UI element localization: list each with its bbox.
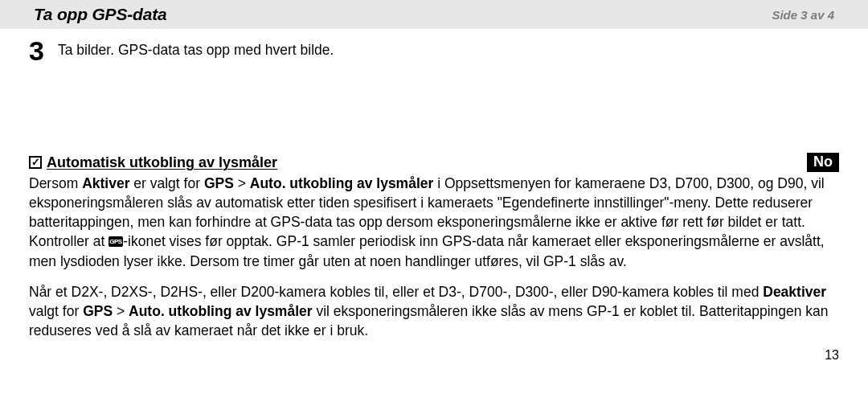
text-run: Dersom: [29, 175, 82, 191]
text-bold: GPS: [204, 175, 234, 191]
paragraph-1: Dersom Aktiver er valgt for GPS > Auto. …: [29, 174, 839, 271]
page-indicator: Side 3 av 4: [772, 8, 863, 22]
spacer: [29, 64, 839, 145]
text-bold: Aktiver: [82, 175, 129, 191]
text-bold: Deaktiver: [763, 284, 826, 300]
text-run: Når et D2X-, D2XS-, D2HS-, eller D200-ka…: [29, 284, 763, 300]
step-text: Ta bilder. GPS-data tas opp med hvert bi…: [58, 37, 334, 60]
check-icon: [29, 156, 42, 169]
text-bold: Auto. utkobling av lysmåler: [250, 175, 434, 191]
subhead-row: Automatisk utkobling av lysmåler No: [29, 153, 839, 172]
text-run: er valgt for: [129, 175, 203, 191]
text-run: >: [113, 303, 129, 319]
text-bold: GPS: [83, 303, 113, 319]
subheading: Automatisk utkobling av lysmåler: [29, 154, 277, 171]
text-bold: Auto. utkobling av lysmåler: [129, 303, 313, 319]
step-number: 3: [29, 37, 58, 64]
gps-icon: [108, 236, 123, 247]
language-badge: No: [807, 153, 839, 172]
page-number: 13: [29, 348, 839, 363]
text-run: >: [234, 175, 250, 191]
step-row: 3 Ta bilder. GPS-data tas opp med hvert …: [29, 29, 839, 64]
header-band: Ta opp GPS-data Side 3 av 4: [0, 0, 868, 29]
subheading-text: Automatisk utkobling av lysmåler: [47, 154, 277, 171]
paragraph-2: Når et D2X-, D2XS-, D2HS-, eller D200-ka…: [29, 282, 839, 340]
manual-page: Ta opp GPS-data Side 3 av 4 3 Ta bilder.…: [0, 0, 868, 363]
text-run: -ikonet vises før opptak. GP-1 samler pe…: [29, 233, 825, 269]
page-title: Ta opp GPS-data: [5, 5, 166, 24]
text-run: valgt for: [29, 303, 83, 319]
